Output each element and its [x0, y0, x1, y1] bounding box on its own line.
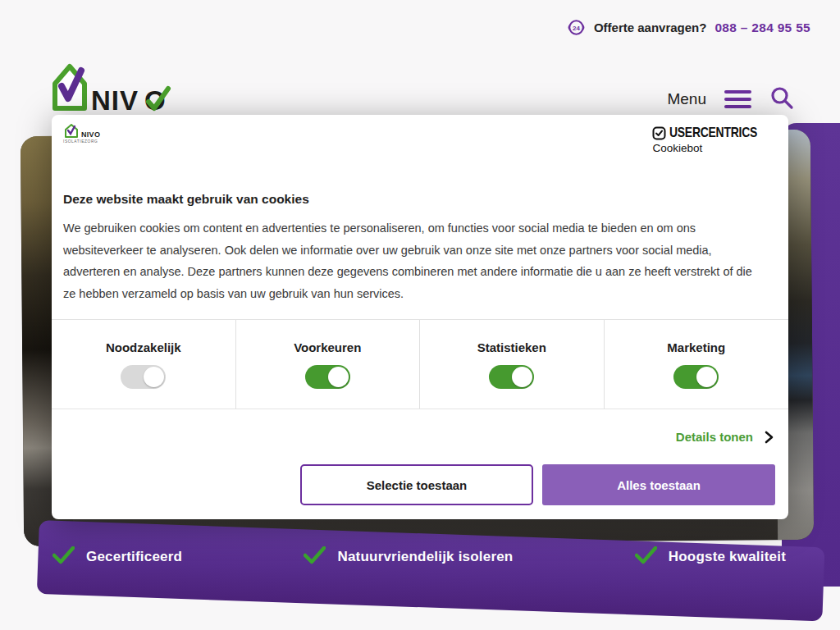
shield-check-icon	[652, 126, 666, 140]
usp-badge-label: Gecertificeerd	[86, 549, 182, 565]
house-logo-icon	[63, 123, 80, 139]
usp-badge-label: Hoogste kwaliteit	[669, 549, 786, 565]
dialog-brand-name: NIVO	[81, 130, 100, 139]
header-menu-group: Menu	[667, 85, 794, 113]
dialog-buttons: Selectie toestaan Alles toestaan	[52, 464, 788, 518]
cookie-consent-dialog: NIVO ISOLATIEZORG USERCENTRICS Cookiebot…	[52, 115, 788, 519]
phone-number-link[interactable]: 088 – 284 95 55	[714, 21, 810, 35]
toggle-statistieken[interactable]	[489, 365, 534, 389]
toggle-voorkeuren[interactable]	[305, 365, 350, 389]
category-label: Noodzakelijk	[106, 340, 181, 354]
toggle-marketing[interactable]	[673, 365, 719, 389]
chevron-right-icon[interactable]	[765, 431, 774, 444]
details-tonen-link[interactable]: Details tonen	[676, 430, 753, 444]
details-row: Details tonen	[52, 409, 788, 464]
search-icon[interactable]	[769, 85, 794, 113]
usp-badge: Natuurvriendelijk isoleren	[304, 546, 513, 568]
category-voorkeuren: Voorkeuren	[236, 320, 421, 409]
svg-text:NIV: NIV	[91, 85, 139, 116]
category-label: Voorkeuren	[294, 340, 361, 354]
usercentrics-logo: USERCENTRICS Cookiebot	[652, 125, 777, 154]
category-noodzakelijk: Noodzakelijk	[52, 320, 236, 409]
dialog-header: NIVO ISOLATIEZORG USERCENTRICS Cookiebot	[52, 115, 788, 158]
hamburger-menu-icon[interactable]	[723, 89, 753, 110]
cookie-dialog-body: We gebruiken cookies om content en adver…	[63, 217, 767, 304]
check-icon	[52, 546, 75, 568]
cookiebot-label: Cookiebot	[652, 142, 777, 154]
category-label: Statistieken	[477, 340, 546, 354]
usercentrics-wordmark: USERCENTRICS	[669, 125, 757, 141]
menu-label[interactable]: Menu	[667, 90, 706, 108]
offerte-cta-label: Offerte aanvragen?	[594, 21, 707, 34]
consent-categories: Noodzakelijk Voorkeuren Statistieken Mar…	[52, 319, 788, 409]
dialog-brand-logo: NIVO ISOLATIEZORG	[63, 123, 111, 144]
check-icon	[304, 546, 326, 568]
cookie-dialog-title: Deze website maakt gebruik van cookies	[63, 192, 777, 207]
svg-text:24: 24	[573, 25, 580, 32]
usp-badge: Hoogste kwaliteit	[635, 546, 786, 568]
toggle-noodzakelijk[interactable]	[121, 365, 166, 389]
category-statistieken: Statistieken	[420, 320, 605, 409]
usp-badge: Gecertificeerd	[52, 546, 182, 568]
category-label: Marketing	[667, 340, 725, 354]
dialog-brand-sub: ISOLATIEZORG	[63, 139, 111, 144]
category-marketing: Marketing	[605, 320, 789, 409]
allow-all-button[interactable]: Alles toestaan	[542, 464, 775, 505]
phone-24h-icon: 24	[567, 18, 586, 37]
allow-selection-button[interactable]: Selectie toestaan	[300, 464, 533, 505]
check-icon	[635, 546, 657, 568]
topbar: 24 Offerte aanvragen? 088 – 284 95 55	[567, 18, 810, 37]
usp-badges-row: Gecertificeerd Natuurvriendelijk isolere…	[39, 546, 804, 568]
usp-badge-label: Natuurvriendelijk isoleren	[337, 549, 513, 565]
